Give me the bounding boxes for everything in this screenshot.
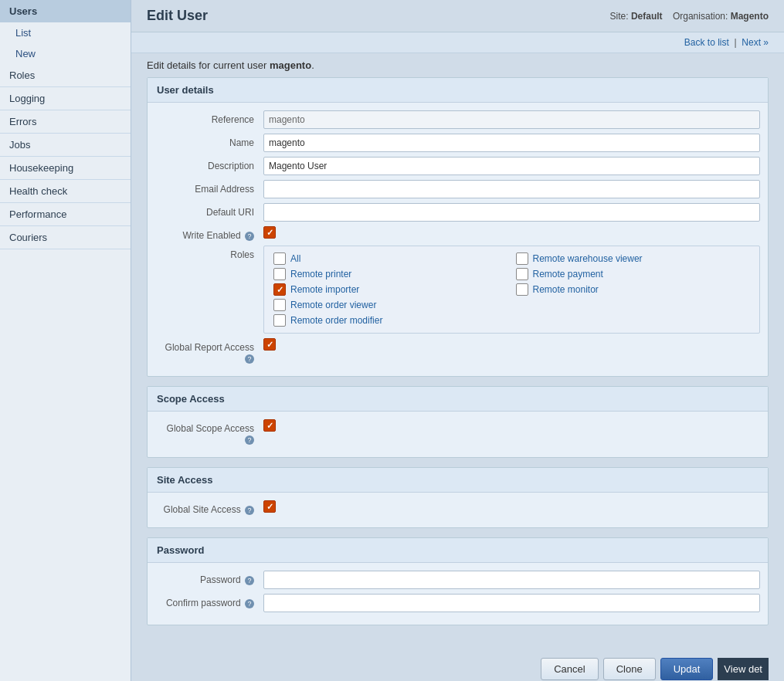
name-input[interactable] [263, 134, 760, 152]
global-scope-help-icon[interactable]: ? [245, 435, 254, 445]
description-input[interactable] [263, 157, 760, 175]
cancel-button[interactable]: Cancel [541, 658, 598, 680]
page-title: Edit User [147, 8, 208, 24]
role-remote-monitor-label[interactable]: Remote monitor [533, 284, 599, 295]
role-remote-payment-checkbox[interactable] [516, 268, 528, 280]
role-remote-order-viewer-label[interactable]: Remote order viewer [290, 300, 376, 310]
password-title: Password [148, 538, 768, 563]
user-details-body: Reference Name Description [148, 103, 768, 376]
global-scope-checkbox-row [263, 419, 760, 432]
password-label: Password ? [155, 571, 263, 585]
user-details-section: User details Reference Name [147, 77, 769, 377]
subtitle-prefix: Edit details for current user [147, 59, 270, 71]
roles-label: Roles [155, 246, 263, 260]
global-report-help-icon[interactable]: ? [245, 354, 254, 364]
role-remote-importer-checkbox[interactable] [273, 283, 286, 296]
role-remote-printer: Remote printer [273, 268, 508, 280]
write-enabled-field [263, 226, 760, 239]
confirm-password-help-icon[interactable]: ? [245, 599, 254, 608]
role-remote-order-modifier [516, 299, 751, 311]
global-scope-row: Global Scope Access ? [148, 419, 768, 445]
description-label: Description [155, 157, 263, 171]
topbar: Edit User Site: Default Organisation: Ma… [131, 0, 784, 32]
default-uri-input[interactable] [263, 203, 760, 222]
sidebar-item-roles[interactable]: Roles [0, 64, 131, 87]
global-report-row: Global Report Access ? [148, 338, 768, 364]
subtitle-username: magento [270, 59, 311, 71]
role-remote-printer-label[interactable]: Remote printer [290, 269, 351, 280]
sidebar-item-health-check[interactable]: Health check [0, 180, 131, 203]
global-report-field [263, 338, 760, 351]
subtitle: Edit details for current user magento. [131, 53, 784, 77]
user-details-title: User details [148, 78, 768, 103]
role-remote-order-viewer: Remote order viewer [273, 299, 508, 311]
write-enabled-checkbox[interactable] [263, 226, 276, 239]
site-access-section: Site Access Global Site Access ? [147, 467, 769, 528]
password-row: Password ? [148, 571, 768, 589]
global-scope-checkbox[interactable] [263, 419, 276, 432]
topbar-org-info: Site: Default Organisation: Magento [610, 11, 769, 22]
role-remote-warehouse-viewer: Remote warehouse viewer [516, 252, 751, 265]
reference-input[interactable] [263, 110, 760, 129]
global-site-label: Global Site Access ? [155, 500, 263, 515]
role-remote-payment-label[interactable]: Remote payment [533, 269, 603, 280]
global-site-row: Global Site Access ? [148, 500, 768, 515]
role-all-label[interactable]: All [290, 253, 300, 264]
global-report-checkbox-row [263, 338, 760, 351]
separator: | [735, 37, 737, 48]
role-remote-order-modifier-checkbox[interactable] [273, 314, 286, 327]
name-field [263, 134, 760, 152]
sidebar-item-couriers[interactable]: Couriers [0, 226, 131, 249]
global-scope-field [263, 419, 760, 432]
view-det-button[interactable]: View det [718, 658, 769, 680]
sidebar-item-logging[interactable]: Logging [0, 87, 131, 110]
global-site-checkbox-row [263, 500, 760, 513]
role-remote-warehouse-viewer-checkbox[interactable] [516, 252, 528, 265]
sidebar: Users List New Roles Logging Errors Jobs… [0, 0, 131, 681]
password-help-icon[interactable]: ? [245, 576, 254, 585]
sidebar-item-housekeeping[interactable]: Housekeeping [0, 157, 131, 180]
org-label: Organisation: [673, 11, 728, 22]
confirm-password-input[interactable] [263, 594, 760, 612]
write-enabled-row: Write Enabled ? [148, 226, 768, 241]
site-label: Site: [610, 11, 629, 22]
roles-box: All Remote warehouse viewer Remote print… [263, 246, 760, 334]
role-remote-importer-label[interactable]: Remote importer [290, 284, 359, 295]
description-field [263, 157, 760, 175]
role-remote-warehouse-viewer-label[interactable]: Remote warehouse viewer [533, 253, 643, 264]
global-site-checkbox[interactable] [263, 500, 276, 513]
password-input[interactable] [263, 571, 760, 589]
role-remote-order-modifier-full: Remote order modifier [273, 314, 508, 327]
sidebar-item-list[interactable]: List [0, 22, 131, 43]
default-uri-row: Default URI [148, 203, 768, 222]
global-site-help-icon[interactable]: ? [245, 506, 254, 515]
site-access-title: Site Access [148, 468, 768, 493]
role-remote-monitor-checkbox[interactable] [516, 283, 528, 296]
sidebar-item-performance[interactable]: Performance [0, 203, 131, 226]
email-input[interactable] [263, 180, 760, 198]
sidebar-item-jobs[interactable]: Jobs [0, 134, 131, 157]
role-remote-importer: Remote importer [273, 283, 508, 296]
password-section: Password Password ? Confirm password [147, 537, 769, 625]
sidebar-item-errors[interactable]: Errors [0, 110, 131, 134]
role-remote-order-modifier-label[interactable]: Remote order modifier [290, 315, 382, 326]
role-remote-printer-checkbox[interactable] [273, 268, 286, 280]
role-remote-payment: Remote payment [516, 268, 751, 280]
sidebar-item-new[interactable]: New [0, 43, 131, 64]
write-enabled-help-icon[interactable]: ? [245, 232, 254, 241]
name-label: Name [155, 134, 263, 148]
update-button[interactable]: Updat [660, 658, 714, 680]
role-all-checkbox[interactable] [273, 252, 286, 265]
reference-field [263, 110, 760, 129]
write-enabled-checkbox-row [263, 226, 760, 239]
back-to-list-link[interactable]: Back to list [684, 37, 729, 48]
roles-row: Roles All Remote warehouse viewer [148, 246, 768, 334]
role-remote-order-viewer-checkbox[interactable] [273, 299, 286, 311]
bottom-bar: Cancel Clone Updat View det [131, 650, 784, 681]
global-scope-label: Global Scope Access ? [155, 419, 263, 445]
global-report-checkbox[interactable] [263, 338, 276, 351]
next-link[interactable]: Next » [742, 37, 769, 48]
name-row: Name [148, 134, 768, 152]
clone-button[interactable]: Clone [603, 658, 656, 680]
confirm-password-field [263, 594, 760, 612]
